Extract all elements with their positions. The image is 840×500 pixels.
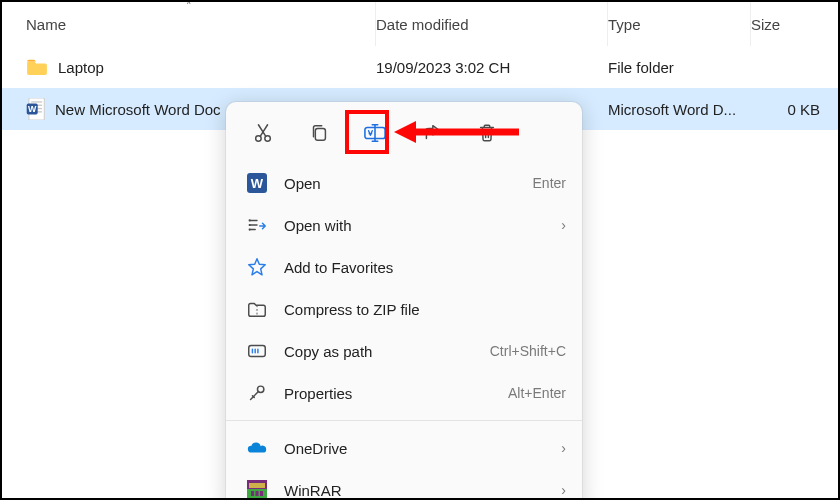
column-header-size[interactable]: Size — [751, 2, 838, 46]
file-name: Laptop — [58, 59, 104, 76]
menu-item-label: OneDrive — [284, 440, 545, 457]
annotation-arrow — [394, 117, 524, 147]
menu-item-label: Compress to ZIP file — [284, 301, 566, 318]
svg-rect-16 — [249, 346, 266, 357]
menu-item-shortcut: Alt+Enter — [508, 385, 566, 401]
menu-item-label: WinRAR — [284, 482, 545, 499]
menu-item-label: Copy as path — [284, 343, 474, 360]
file-type: Microsoft Word D... — [608, 101, 751, 118]
menu-item-copy-path[interactable]: Copy as path Ctrl+Shift+C — [226, 330, 582, 372]
chevron-right-icon: › — [561, 440, 566, 456]
menu-item-label: Add to Favorites — [284, 259, 566, 276]
context-menu: W Open Enter Open with › Add to Favorite… — [226, 102, 582, 500]
cut-icon — [252, 122, 274, 144]
menu-item-label: Open with — [284, 217, 545, 234]
winrar-icon — [246, 479, 268, 500]
chevron-right-icon: › — [561, 482, 566, 498]
menu-item-shortcut: Enter — [533, 175, 566, 191]
svg-point-13 — [249, 219, 251, 221]
file-type: File folder — [608, 59, 751, 76]
star-icon — [246, 256, 268, 278]
svg-rect-22 — [256, 491, 259, 496]
column-header-name[interactable]: Name ˄ — [2, 2, 376, 46]
copy-icon — [308, 122, 330, 144]
menu-item-open-with[interactable]: Open with › — [226, 204, 582, 246]
svg-rect-21 — [251, 491, 254, 496]
column-header-type[interactable]: Type — [608, 2, 751, 46]
svg-rect-20 — [249, 483, 265, 488]
sort-caret-icon: ˄ — [186, 0, 192, 13]
menu-item-favorites[interactable]: Add to Favorites — [226, 246, 582, 288]
svg-point-14 — [249, 224, 251, 226]
word-file-icon: W — [26, 98, 45, 120]
file-date: 19/09/2023 3:02 CH — [376, 59, 608, 76]
folder-icon — [26, 58, 48, 76]
svg-rect-23 — [260, 491, 263, 496]
menu-separator — [226, 420, 582, 421]
svg-rect-1 — [31, 101, 42, 102]
onedrive-icon — [246, 437, 268, 459]
open-with-icon — [246, 214, 268, 236]
file-row[interactable]: Laptop 19/09/2023 3:02 CH File folder — [2, 46, 838, 88]
svg-text:W: W — [251, 176, 264, 191]
menu-item-onedrive[interactable]: OneDrive › — [226, 427, 582, 469]
highlight-box — [345, 110, 389, 154]
svg-rect-9 — [315, 128, 325, 140]
menu-item-properties[interactable]: Properties Alt+Enter — [226, 372, 582, 414]
zip-icon — [246, 298, 268, 320]
menu-item-open[interactable]: W Open Enter — [226, 162, 582, 204]
word-icon: W — [246, 172, 268, 194]
column-header-row: Name ˄ Date modified Type Size — [2, 2, 838, 46]
cut-button[interactable] — [246, 116, 280, 150]
file-size: 0 KB — [751, 101, 838, 118]
menu-item-shortcut: Ctrl+Shift+C — [490, 343, 566, 359]
svg-point-15 — [249, 228, 251, 230]
column-header-date[interactable]: Date modified — [376, 2, 608, 46]
chevron-right-icon: › — [561, 217, 566, 233]
copy-path-icon — [246, 340, 268, 362]
menu-item-zip[interactable]: Compress to ZIP file — [226, 288, 582, 330]
column-header-name-text: Name — [26, 16, 66, 33]
svg-marker-25 — [394, 121, 416, 143]
file-name: New Microsoft Word Doc — [55, 101, 221, 118]
menu-item-label: Open — [284, 175, 517, 192]
menu-item-label: Properties — [284, 385, 492, 402]
svg-text:W: W — [28, 104, 37, 114]
properties-icon — [246, 382, 268, 404]
copy-button[interactable] — [302, 116, 336, 150]
menu-item-winrar[interactable]: WinRAR › — [226, 469, 582, 500]
